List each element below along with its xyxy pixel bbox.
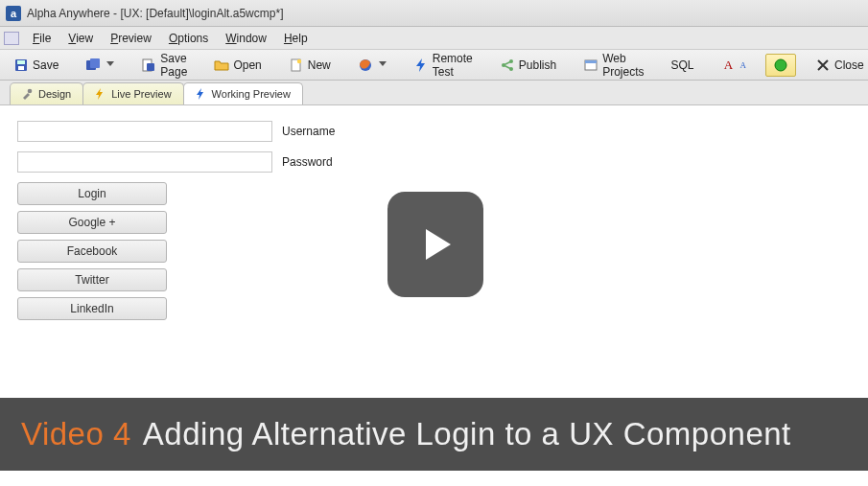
wrench-icon (20, 87, 34, 101)
svg-rect-6 (147, 63, 154, 71)
remote-test-button[interactable]: Remote Test (406, 48, 481, 82)
username-input[interactable] (17, 121, 272, 142)
new-button[interactable]: New (281, 54, 339, 77)
facebook-button[interactable]: Facebook (17, 240, 167, 263)
open-button[interactable]: Open (206, 54, 269, 77)
window-title: Alpha Anywhere - [UX: [Default]\loginAlt… (27, 7, 283, 20)
twitter-button[interactable]: Twitter (17, 268, 167, 291)
svg-point-16 (28, 89, 33, 94)
password-label: Password (282, 155, 333, 169)
tab-working-preview-label: Working Preview (212, 88, 291, 100)
lightning-icon (413, 58, 429, 73)
font-icon: A (721, 58, 737, 73)
window-titlebar: a Alpha Anywhere - [UX: [Default]\loginA… (0, 0, 868, 27)
play-icon (412, 221, 458, 267)
lightning-icon (194, 87, 207, 101)
caption-prefix: Video 4 (21, 416, 131, 452)
save-all-button[interactable] (78, 54, 122, 77)
web-projects-button[interactable]: Web Projects (575, 48, 651, 82)
status-button[interactable] (765, 54, 796, 77)
menu-toggle-icon[interactable] (4, 32, 19, 45)
firefox-button[interactable] (350, 54, 394, 77)
username-label: Username (282, 125, 335, 138)
web-projects-label: Web Projects (602, 52, 644, 79)
svg-point-15 (775, 59, 786, 71)
toolbar: Save Save Page Open New Remote Test Publ… (0, 50, 868, 81)
disks-icon (85, 58, 101, 73)
password-row: Password (17, 151, 851, 173)
close-button[interactable]: Close (808, 54, 868, 77)
svg-rect-2 (18, 66, 24, 70)
new-doc-icon (289, 58, 304, 73)
tab-live-preview[interactable]: Live Preview (82, 82, 183, 104)
svg-rect-14 (585, 60, 597, 63)
password-input[interactable] (17, 151, 272, 173)
svg-rect-4 (90, 58, 100, 68)
folder-open-icon (214, 58, 229, 73)
linkedin-button[interactable]: LinkedIn (17, 297, 167, 320)
sql-button[interactable]: SQL (664, 55, 702, 76)
save-page-button[interactable]: Save Page (133, 48, 195, 82)
save-label: Save (33, 58, 59, 72)
green-circle-icon (773, 58, 788, 73)
publish-label: Publish (519, 58, 556, 72)
caption-text: Adding Alternative Login to a UX Compone… (143, 416, 791, 452)
open-label: Open (233, 58, 261, 72)
menu-window[interactable]: Window (218, 29, 274, 48)
video-caption-bar: Video 4 Adding Alternative Login to a UX… (0, 398, 868, 471)
login-button[interactable]: Login (17, 182, 167, 205)
username-row: Username (17, 121, 851, 142)
svg-rect-1 (17, 60, 25, 64)
disk-icon (13, 58, 29, 73)
app-icon: a (6, 6, 21, 21)
save-button[interactable]: Save (6, 54, 66, 77)
remote-test-label: Remote Test (433, 52, 473, 79)
menu-preview[interactable]: Preview (103, 29, 159, 48)
video-play-button[interactable] (387, 192, 483, 297)
firefox-icon (358, 58, 373, 73)
tab-design[interactable]: Design (10, 82, 83, 104)
new-label: New (308, 58, 331, 72)
chevron-down-icon (379, 61, 387, 69)
close-icon (815, 58, 831, 73)
save-page-label: Save Page (160, 52, 187, 79)
google-plus-button[interactable]: Google + (17, 211, 167, 234)
font-icon-small: A (740, 60, 747, 70)
menu-bar: File View Preview Options Window Help (0, 27, 868, 50)
tab-working-preview[interactable]: Working Preview (183, 82, 303, 104)
web-projects-icon (583, 58, 598, 73)
tab-design-label: Design (38, 88, 71, 100)
svg-point-8 (297, 58, 301, 62)
menu-help[interactable]: Help (276, 29, 316, 48)
menu-view[interactable]: View (60, 29, 101, 48)
close-label: Close (834, 58, 864, 72)
save-page-icon (141, 58, 156, 73)
font-button[interactable]: AA (714, 54, 755, 77)
menu-file[interactable]: File (25, 29, 59, 48)
chevron-down-icon (106, 61, 114, 69)
tab-live-preview-label: Live Preview (111, 88, 171, 100)
lightning-icon (93, 87, 106, 101)
tab-bar: Design Live Preview Working Preview (0, 81, 868, 105)
publish-button[interactable]: Publish (492, 54, 564, 77)
sql-label: SQL (671, 58, 694, 72)
publish-icon (500, 58, 515, 73)
menu-options[interactable]: Options (161, 29, 216, 48)
